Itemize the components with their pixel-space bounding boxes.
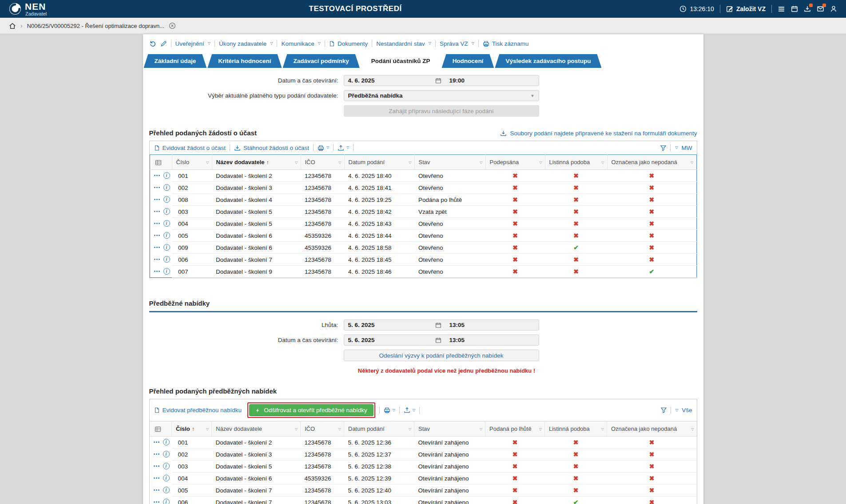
column-header-datum-podani[interactable]: Datum podání▽ (344, 421, 414, 437)
row-actions-icon[interactable] (154, 247, 160, 248)
info-icon[interactable]: i (163, 232, 170, 239)
table-row[interactable]: i004Dodavatel - školení 6453593265. 6. 2… (150, 472, 697, 484)
column-header-podepsana[interactable]: Podepsána▽ (485, 155, 545, 170)
history-icon[interactable] (149, 40, 156, 47)
info-icon[interactable]: i (163, 208, 170, 215)
calendar-icon[interactable] (435, 322, 441, 328)
table-row[interactable]: i001Dodavatel - školení 2123456784. 6. 2… (150, 170, 696, 182)
info-icon[interactable]: i (163, 268, 170, 275)
filter-chevron-icon[interactable]: ▽ (409, 160, 411, 164)
row-actions-icon[interactable] (154, 223, 160, 224)
filter-chevron-icon[interactable]: ▽ (295, 427, 298, 431)
row-actions-icon[interactable] (154, 465, 159, 467)
filter-chevron-icon[interactable]: ▽ (480, 427, 482, 431)
column-header-datum-podani[interactable]: Datum podání▽ (344, 155, 414, 170)
table-row[interactable]: i001Dodavatel - školení 2123456785. 6. 2… (150, 437, 697, 449)
submission-type-select[interactable]: Předběžná nabídka ▼ (344, 90, 539, 101)
filter-preset-label[interactable]: Vše (682, 407, 692, 413)
next-phase-button[interactable]: Zahájit přípravu následující fáze podání (344, 105, 539, 117)
filter-chevron-icon[interactable]: ▽ (539, 427, 542, 431)
row-actions-icon[interactable] (154, 489, 159, 491)
action-tisk-zaznamu[interactable]: Tisk záznamu (483, 40, 529, 47)
filter-chevron-icon[interactable]: ▽ (601, 427, 604, 431)
deadline-input[interactable]: 5. 6. 2025 13:05 (344, 319, 539, 331)
deadline-time-value[interactable]: 13:05 (443, 322, 535, 328)
action-ukony-zadavatele[interactable]: Úkony zadavatele▽ (219, 40, 273, 47)
row-actions-icon[interactable] (154, 477, 159, 479)
decrypt-open-offers-button[interactable]: Odšifrovat a otevřít předběžné nabídky (249, 404, 373, 416)
table-row[interactable]: i007Dodavatel - školení 9123456784. 6. 2… (150, 266, 696, 278)
row-actions-icon[interactable] (154, 199, 160, 200)
breadcrumb-item[interactable]: N006/25/V00005292 - Řešení optimalizace … (27, 23, 164, 29)
filter-chevron-icon[interactable]: ▽ (691, 427, 694, 431)
column-header-nazev-dodavatele[interactable]: Název dodavatele↑▽ (212, 155, 301, 170)
filter-chevron-icon[interactable]: ▽ (539, 160, 542, 164)
files-download-link[interactable]: Soubory podání najdete připravené ke sta… (500, 130, 697, 137)
row-actions-icon[interactable] (154, 501, 159, 503)
filter-chevron-icon[interactable]: ▽ (338, 160, 341, 164)
tab-zakladni-udaje[interactable]: Základní údaje (144, 54, 207, 68)
tab-podani-ucastniku-zp[interactable]: Podání účastníků ZP (361, 54, 441, 68)
messages-icon[interactable] (817, 5, 824, 12)
row-actions-icon[interactable] (154, 453, 159, 455)
table-row[interactable]: i005Dodavatel - školení 6453593264. 6. 2… (150, 230, 696, 242)
calendar-icon[interactable] (791, 5, 798, 12)
filter-preset-label[interactable]: MW (682, 145, 692, 151)
column-header-oznacena-jako-nepodana[interactable]: Označena jako nepodaná▽ (607, 155, 696, 170)
deadline-date-value[interactable]: 5. 6. 2025 (348, 322, 433, 328)
filter-button[interactable] (660, 407, 667, 413)
column-header-stav[interactable]: Stav▽ (414, 421, 485, 437)
info-icon[interactable]: i (163, 220, 170, 227)
tab-hodnoceni[interactable]: Hodnocení (442, 54, 494, 68)
table-row[interactable]: i003Dodavatel - školení 5123456785. 6. 2… (150, 461, 697, 472)
row-actions-icon[interactable] (154, 187, 160, 188)
tab-vysledek-zadavaciho-postupu[interactable]: Výsledek zadávacího postupu (495, 54, 601, 68)
filter-chevron-icon[interactable]: ▽ (206, 427, 209, 431)
profile-icon[interactable] (830, 5, 837, 12)
filter-chevron-icon[interactable]: ▽ (480, 160, 482, 164)
prelim-opening-time-value[interactable]: 13:05 (443, 337, 535, 343)
filter-chevron-icon[interactable]: ▽ (691, 160, 693, 164)
table-row[interactable]: i008Dodavatel - školení 4123456784. 6. 2… (150, 194, 696, 206)
filter-chevron-icon[interactable]: ▽ (409, 427, 411, 431)
prelim-opening-input[interactable]: 5. 6. 2025 13:05 (344, 335, 539, 346)
table-settings-icon[interactable] (150, 421, 172, 437)
info-icon[interactable]: i (163, 463, 170, 469)
info-icon[interactable]: i (163, 184, 170, 191)
info-icon[interactable]: i (163, 451, 170, 457)
row-actions-icon[interactable] (154, 175, 160, 176)
row-actions-icon[interactable] (154, 441, 159, 443)
tab-kriteria-hodnoceni[interactable]: Kritéria hodnocení (207, 54, 282, 68)
row-actions-icon[interactable] (154, 259, 160, 260)
column-header-ico[interactable]: IČO▽ (301, 155, 344, 170)
tab-zadavaci-podminky[interactable]: Zadávací podmínky (283, 54, 360, 68)
send-invitation-button[interactable]: Odeslání výzvy k podání předběžných nabí… (344, 350, 539, 361)
opening-datetime-input[interactable]: 4. 6. 2025 19:00 (344, 75, 539, 86)
info-icon[interactable]: i (163, 244, 170, 251)
register-request-button[interactable]: Evidovat žádost o účast (154, 145, 226, 151)
action-nestandardni-stav[interactable]: Nestandardní stav▽ (376, 40, 431, 47)
table-row[interactable]: i002Dodavatel - školení 3123456784. 6. 2… (150, 182, 696, 194)
info-icon[interactable]: i (163, 439, 170, 445)
column-header-oznacena-jako-nepodana[interactable]: Označena jako nepodaná▽ (607, 421, 697, 437)
row-actions-icon[interactable] (154, 271, 160, 272)
filter-chevron-icon[interactable]: ▽ (675, 409, 678, 412)
column-header-ico[interactable]: IČO▽ (301, 421, 344, 437)
action-sprava-vz[interactable]: Správa VZ▽ (440, 40, 474, 47)
export-button[interactable]: ▽ (404, 407, 415, 413)
column-header-stav[interactable]: Stav▽ (414, 155, 485, 170)
table-row[interactable]: i003Dodavatel - školení 5123456784. 6. 2… (150, 206, 696, 218)
action-dokumenty[interactable]: Dokumenty (329, 40, 368, 47)
download-requests-button[interactable]: Stáhnout žádosti o účast (234, 145, 309, 151)
prelim-opening-date-value[interactable]: 5. 6. 2025 (348, 337, 433, 343)
downloads-icon[interactable] (804, 5, 811, 12)
table-row[interactable]: i006Dodavatel - školení 7123456784. 6. 2… (150, 254, 696, 266)
filter-chevron-icon[interactable]: ▽ (206, 160, 209, 164)
info-icon[interactable]: i (163, 475, 170, 481)
table-row[interactable]: i006Dodavatel - školení 7123456785. 6. 2… (150, 496, 697, 504)
print-button[interactable]: ▽ (318, 145, 329, 151)
column-header-nazev-dodavatele[interactable]: Název dodavatele▽ (212, 421, 301, 437)
register-offer-button[interactable]: Evidovat předběžnou nabídku (154, 407, 242, 413)
table-settings-icon[interactable] (150, 155, 172, 170)
create-vz-button[interactable]: Založit VZ (726, 5, 766, 12)
